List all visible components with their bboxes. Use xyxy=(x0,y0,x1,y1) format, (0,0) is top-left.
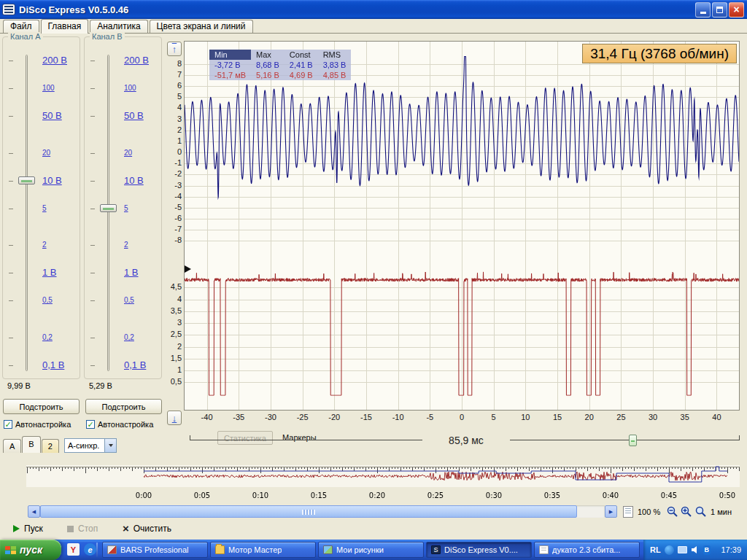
page-task-icon xyxy=(539,545,549,554)
channel-tab-0[interactable]: А xyxy=(3,439,21,453)
slider-tick xyxy=(9,245,13,246)
channel-b-slider-thumb[interactable] xyxy=(100,204,117,212)
channel-b-scale-option-8[interactable]: 0,5 xyxy=(124,296,134,304)
scale-down-button[interactable]: ↓ xyxy=(167,411,182,425)
channel-tab-1[interactable]: В xyxy=(22,436,40,453)
start-button[interactable]: Пуск xyxy=(13,524,43,534)
channel-b-scale-option-5[interactable]: 5 xyxy=(124,204,128,212)
taskbar-task-3[interactable]: DiSco Express V0.... xyxy=(426,542,532,558)
channel-a-slider-track[interactable] xyxy=(26,55,28,371)
stop-button[interactable]: Стоп xyxy=(67,524,98,534)
channel-a-scale-option-7[interactable]: 1 В xyxy=(42,267,57,278)
markers-row: Статистика Маркеры 85,9 мс xyxy=(163,429,747,456)
menu-tab-3[interactable]: Цвета экрана и линий xyxy=(150,20,253,33)
stats-header-min: Min xyxy=(209,50,251,60)
channel-a-scale-option-1[interactable]: 100 xyxy=(42,84,55,92)
horizontal-scrollbar[interactable]: ◀ ▶ xyxy=(28,505,617,518)
channel-a-autotune-label: Автонастройка xyxy=(15,420,71,429)
language-indicator[interactable]: RL xyxy=(650,545,661,554)
clear-button[interactable]: × Очистить xyxy=(123,524,171,534)
channel-a-adjust-button[interactable]: Подстроить xyxy=(3,399,80,414)
channel-b-scale-option-2[interactable]: 50 В xyxy=(124,110,144,121)
scrollbar-track[interactable] xyxy=(40,505,605,518)
channel-a-scale-option-9[interactable]: 0,2 xyxy=(42,333,53,341)
channel-a-scale-option-8[interactable]: 0,5 xyxy=(42,296,53,304)
yandex-quick-launch-icon[interactable] xyxy=(67,543,80,556)
slider-tick xyxy=(9,273,13,273)
dropdown-arrow-icon[interactable] xyxy=(104,439,116,452)
channel-b-scale-option-7[interactable]: 1 В xyxy=(124,267,139,278)
display-tray-icon[interactable] xyxy=(678,546,687,553)
channel-b-slider-track[interactable] xyxy=(107,55,109,371)
slider-tick xyxy=(90,153,95,154)
channel-a-autotune-checkbox[interactable]: ✓ xyxy=(4,420,12,429)
y-axis-label: -6 xyxy=(163,214,182,222)
channel-a-autotune[interactable]: ✓ Автонастройка xyxy=(4,420,71,429)
fit-page-icon[interactable] xyxy=(623,506,633,518)
task-label: BARS Professional xyxy=(120,545,189,554)
timeline-overview-canvas[interactable] xyxy=(26,465,740,502)
clear-label: Очистить xyxy=(133,524,171,534)
stats-row-0: -3,72 В8,68 В2,41 В3,83 В xyxy=(209,60,351,70)
taskbar-task-4[interactable]: дукато 2.3 сбита... xyxy=(534,542,640,558)
channel-a-scale-option-10[interactable]: 0,1 В xyxy=(42,359,64,370)
channel-b-scale-option-4[interactable]: 10 В xyxy=(124,175,144,186)
channel-b-scale-option-0[interactable]: 200 В xyxy=(124,55,149,66)
channel-b-autotune[interactable]: ✓ Автонастройка xyxy=(86,420,153,429)
y-axis-label: 5 xyxy=(163,92,182,101)
slider-tick xyxy=(9,300,13,301)
channel-a-scale-option-0[interactable]: 200 В xyxy=(42,55,67,66)
close-button[interactable]: × xyxy=(729,2,744,18)
y-axis-label: -1 xyxy=(163,158,182,167)
sweep-slider-thumb[interactable] xyxy=(629,435,637,446)
minimize-button[interactable] xyxy=(695,2,711,18)
oscillogram-plot[interactable]: 31,4 Гц (3768 об/мин) MinMaxConstRMS-3,7… xyxy=(184,41,740,411)
channel-a-slider-thumb[interactable] xyxy=(18,176,35,184)
titlebar[interactable]: DiSco Express V0.5.0.46 × xyxy=(0,0,747,19)
waveform-canvas[interactable] xyxy=(185,42,739,410)
menu-tab-1[interactable]: Главная xyxy=(41,19,89,34)
y-axis-label: 4 xyxy=(163,295,182,303)
internet-quick-launch-icon[interactable] xyxy=(84,543,96,556)
recording-timeline[interactable] xyxy=(0,464,747,503)
sync-tray-icon[interactable] xyxy=(665,545,674,555)
y-axis-label: 8 xyxy=(163,59,182,68)
channel-a-scale-option-2[interactable]: 50 В xyxy=(42,110,62,121)
maximize-button[interactable] xyxy=(712,2,727,18)
menu-tab-0[interactable]: Файл xyxy=(3,20,39,33)
taskbar-task-0[interactable]: BARS Professional xyxy=(102,542,208,558)
scale-up-button[interactable]: ↑ xyxy=(167,42,182,56)
channel-a-scale-list: 200 В10050 В2010 В521 В0,50,20,1 В xyxy=(42,37,80,378)
channel-a-scale-option-4[interactable]: 10 В xyxy=(42,175,62,186)
menu-tab-2[interactable]: Аналитика xyxy=(90,20,147,33)
volume-tray-icon[interactable] xyxy=(691,545,700,554)
channel-tab-2[interactable]: 2 xyxy=(42,439,59,453)
scroll-right-button[interactable]: ▶ xyxy=(605,505,617,518)
start-menu-button[interactable]: пуск xyxy=(0,540,61,560)
bluetooth-tray-icon[interactable] xyxy=(703,545,711,555)
channel-b-scale-option-10[interactable]: 0,1 В xyxy=(124,359,146,370)
scroll-left-button[interactable]: ◀ xyxy=(28,505,40,518)
slider-tick xyxy=(90,116,95,117)
zoom-out-icon[interactable] xyxy=(667,506,678,518)
zoom-in-icon[interactable] xyxy=(681,506,692,518)
channel-b-scale-option-3[interactable]: 20 xyxy=(124,149,132,157)
system-tray: RL 17:39 xyxy=(643,540,747,560)
slider-tick xyxy=(90,88,95,89)
taskbar-task-1[interactable]: Мотор Мастер xyxy=(210,542,316,558)
channel-a-scale-option-3[interactable]: 20 xyxy=(42,149,50,157)
x-axis-label: 30 xyxy=(642,413,664,421)
taskbar-task-2[interactable]: Мои рисунки xyxy=(318,542,424,558)
channel-b-scale-option-1[interactable]: 100 xyxy=(124,84,136,92)
channel-a-scale-option-5[interactable]: 5 xyxy=(42,204,47,212)
sync-mode-dropdown[interactable]: А-синхр. xyxy=(64,438,117,453)
timeline-zoom-icon[interactable] xyxy=(695,506,707,518)
channel-b-scale-option-6[interactable]: 2 xyxy=(124,241,128,249)
y-axis-label: -7 xyxy=(163,225,182,233)
channel-b-scale-option-9[interactable]: 0,2 xyxy=(124,333,134,341)
y-axis-label: 4 xyxy=(163,103,182,112)
scrollbar-thumb[interactable] xyxy=(40,505,577,518)
channel-a-scale-option-6[interactable]: 2 xyxy=(42,241,47,249)
channel-b-autotune-checkbox[interactable]: ✓ xyxy=(86,420,95,429)
channel-b-adjust-button[interactable]: Подстроить xyxy=(85,399,162,414)
